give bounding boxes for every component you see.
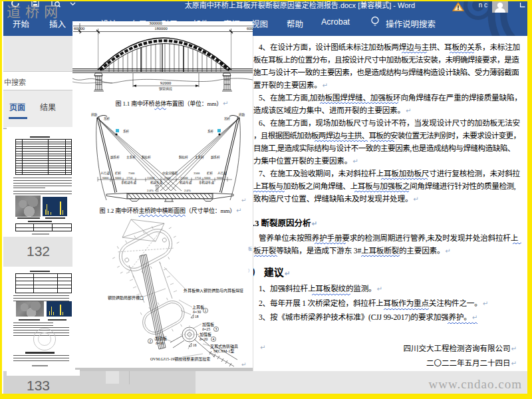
navigation-pane: 中搜索 页面 结果 xyxy=(3,72,73,394)
svg-text:叉耳式热铸锚具: 叉耳式热铸锚具 xyxy=(210,344,238,349)
figure-1-2-caption: 图 1.2 南中环桥主桥跨中横断面图（尺寸单位：mm） xyxy=(72,206,261,215)
tab-help[interactable]: 帮助 xyxy=(287,17,303,30)
svg-text:15000: 15000 xyxy=(147,176,155,180)
svg-text:300000: 300000 xyxy=(149,21,162,25)
svg-text:拱肋: 拱肋 xyxy=(91,112,98,117)
svg-text:SPCXM-1型: SPCXM-1型 xyxy=(213,348,234,353)
svg-text:斜拉杆: 斜拉杆 xyxy=(179,155,188,160)
svg-text:OVM.GJ15-19钢绞线整束挤压拉索: OVM.GJ15-19钢绞线整束挤压拉索 xyxy=(150,356,210,362)
svg-text:系杆: 系杆 xyxy=(123,129,130,134)
page-thumbnail-132[interactable] xyxy=(7,127,75,236)
paragraph-7: 7、在施工及验收期间，未对斜拉杆上耳板加劲板尺寸进行复核检测，未对斜拉 上耳板与… xyxy=(253,168,527,205)
heading-suggestions: ） 建议 xyxy=(253,265,290,279)
svg-text:180000: 180000 xyxy=(154,26,168,31)
page-thumbnail-133[interactable] xyxy=(7,268,75,376)
svg-text:人行道: 人行道 xyxy=(217,171,227,176)
svg-text:15000: 15000 xyxy=(180,176,188,180)
svg-text:人行道: 人行道 xyxy=(100,171,110,176)
paragraph-8: 管养单位未按照养护手册要求的检测周期进行管养,未及时发现并处治斜拉杆上 板开裂等… xyxy=(253,232,527,257)
document-page-figures[interactable]: 300000 60000 180000 600 xyxy=(72,21,253,368)
svg-text:机动车道: 机动车道 xyxy=(180,180,192,185)
svg-text:3: 3 xyxy=(215,327,217,331)
svg-text:钢管拱肋局部开槽口: 钢管拱肋局部开槽口 xyxy=(108,295,144,301)
svg-text:4: 4 xyxy=(212,337,214,341)
suggestion-list: 1、加强斜拉杆上耳板裂纹的监测。 2、每年开展 1 次桥梁定检，斜拉杆上耳板作为… xyxy=(253,283,527,326)
document-page-text[interactable]: 4、在设计方面，设计图纸未标注加劲板两焊边与主拱、耳板的关系，未标注加 板在耳板… xyxy=(253,36,527,371)
signature-date: 二〇二二年五月二十四日 xyxy=(426,357,517,368)
paragraph-mark: ↵ xyxy=(241,197,247,203)
svg-text:吊杆: 吊杆 xyxy=(224,116,231,121)
svg-text:1750: 1750 xyxy=(126,176,133,180)
paragraph-5: 5、在施工方面,加劲板围焊焊缝、加强板环向角焊缝存在严重的焊接质量缺陷， 造成该… xyxy=(253,92,527,117)
figure-bridge-cross-section: 拱肋 拱肋 吊杆 吊杆 系杆 系杆 副系杆 主系杆 斜拉杆 斜拉杆 主系杆 副系… xyxy=(72,112,253,205)
thumb133-eds-image xyxy=(47,301,72,317)
paragraph-6: 6、在施工方面，现场加劲板尺寸与设计不符，当发现设计尺寸的加劲板无法安 ，且根据… xyxy=(253,117,527,168)
svg-text:18: 18 xyxy=(195,315,199,319)
svg-text:6000: 6000 xyxy=(102,176,109,180)
page-number-133[interactable]: 133 xyxy=(3,378,73,394)
svg-text:吊杆: 吊杆 xyxy=(104,116,110,121)
svg-text:加劲板: 加劲板 xyxy=(155,336,167,341)
svg-text:系杆: 系杆 xyxy=(207,129,214,134)
nav-tab-pages[interactable]: 页面 xyxy=(9,101,25,112)
svg-text:栏杆: 栏杆 xyxy=(207,171,213,176)
nav-tab-active-underline xyxy=(9,117,27,119)
tell-me-search[interactable]: 操作说明搜索 xyxy=(386,17,436,30)
thumb132-sem-image xyxy=(15,196,41,217)
svg-text:拱肋: 拱肋 xyxy=(239,112,245,117)
svg-text:副系杆: 副系杆 xyxy=(110,155,120,160)
tab-acrobat[interactable]: Acrobat xyxy=(321,17,350,27)
svg-text:上耳板: 上耳板 xyxy=(192,305,204,310)
thumb132-eds-image xyxy=(43,197,67,216)
svg-text:斜拉杆: 斜拉杆 xyxy=(142,155,151,160)
heading-5-3: .3 断裂原因分析 xyxy=(253,216,317,229)
page-number-132[interactable]: 132 xyxy=(3,237,73,267)
figure-1-1-caption: 图 1.1 南中环桥总体布置图（单位：mm） xyxy=(72,99,262,108)
svg-text:非机动车道: 非机动车道 xyxy=(121,180,136,185)
tab-view[interactable]: 视图 xyxy=(251,17,268,30)
svg-text:92000: 92000 xyxy=(160,80,171,85)
svg-text:栏杆: 栏杆 xyxy=(115,171,122,176)
svg-text:3500: 3500 xyxy=(194,172,200,175)
nav-search-box[interactable]: 中搜索 xyxy=(3,72,73,90)
svg-text:主系杆: 主系杆 xyxy=(195,155,204,160)
paragraph-4: 4、在设计方面，设计图纸未标注加劲板两焊边与主拱、耳板的关系，未标注加 板在耳板… xyxy=(253,41,527,92)
user-name[interactable]: n c xyxy=(479,1,487,9)
lightbulb-icon xyxy=(370,16,380,28)
svg-text:δ=16: δ=16 xyxy=(156,341,164,345)
svg-text:非机动车道: 非机动车道 xyxy=(199,180,214,185)
word-window: 太原南中环桥上耳板开裂断裂原因鉴定检测报告.docx [兼容模式] - Word… xyxy=(2,1,527,394)
logo-watermark: 道桥网 xyxy=(7,1,63,21)
company-seal xyxy=(33,328,56,350)
svg-text:7500: 7500 xyxy=(128,172,135,175)
svg-text:外耳板伸入钢管拱肋与内耳板焊接: 外耳板伸入钢管拱肋与内耳板焊接 xyxy=(184,288,243,293)
ribbon-area-sliver xyxy=(3,36,73,72)
svg-text:6000: 6000 xyxy=(204,176,211,180)
nav-tabs: 页面 结果 xyxy=(3,90,73,129)
svg-text:60000: 60000 xyxy=(74,26,84,31)
paragraph-mark: ↵ xyxy=(260,344,265,351)
svg-text:600: 600 xyxy=(247,26,253,31)
text-fragment: ） xyxy=(248,267,252,273)
signature-company: 四川交大工程检测咨询有限公司 xyxy=(404,342,517,353)
nav-tab-results[interactable]: 结果 xyxy=(40,101,56,112)
window-control-fragment-icon[interactable] xyxy=(520,3,525,7)
qat-dropdown-icon[interactable] xyxy=(70,1,76,7)
screenshot: { "titlebar": { "title": "太原南中环桥上耳板开裂断裂原… xyxy=(0,0,532,399)
warning-icon[interactable] xyxy=(452,2,464,11)
svg-text:6000: 6000 xyxy=(115,176,122,180)
thumb133-sem-image xyxy=(16,301,44,317)
svg-text:1750: 1750 xyxy=(195,176,201,180)
svg-text:16: 16 xyxy=(193,343,197,347)
svg-text:加强板: 加强板 xyxy=(202,322,214,327)
svg-text:2.0%: 2.0% xyxy=(147,189,154,192)
paragraph-mark: ↵ xyxy=(241,361,247,368)
figure-bridge-elevation: 300000 60000 180000 600 xyxy=(72,21,253,98)
svg-text:加强板: 加强板 xyxy=(200,332,211,337)
page-thumbnail-133-bottom xyxy=(7,370,80,376)
site-watermark: www.cndao.com xyxy=(428,377,522,392)
svg-text:δ=25: δ=25 xyxy=(202,327,210,331)
svg-text:钢管拱段: 钢管拱段 xyxy=(159,86,172,91)
svg-text:主系杆: 主系杆 xyxy=(126,155,136,160)
svg-text:6000: 6000 xyxy=(217,176,223,180)
